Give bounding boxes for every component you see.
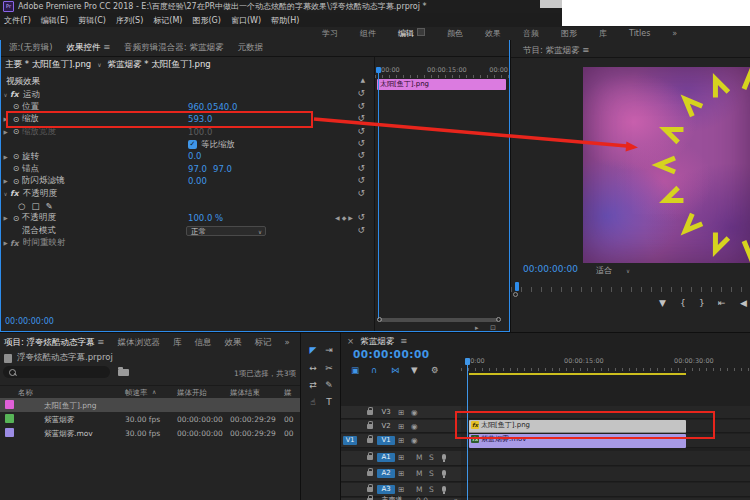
voiceover-mic-icon[interactable]	[442, 470, 446, 476]
fx-icon[interactable]: fx	[10, 90, 23, 99]
keyframe-nav[interactable]: ◀◆▶	[335, 214, 355, 221]
workspace-tab-titles[interactable]: Titles	[629, 29, 650, 38]
mute-button[interactable]: M	[416, 469, 422, 478]
reset-icon[interactable]: ↺	[357, 188, 365, 198]
tab-metadata[interactable]: 元数据	[237, 42, 263, 54]
effect-controls-timecode[interactable]: 00:00:00:00	[5, 317, 54, 326]
workspace-menu-icon[interactable]	[417, 28, 425, 36]
panel-options-icon[interactable]: ⊡	[490, 324, 496, 332]
stopwatch-icon[interactable]: ⊙	[10, 115, 22, 124]
anchor-x-value[interactable]: 97.0	[188, 164, 207, 174]
project-row-sun-png[interactable]: 太阳[鱼丁].png	[0, 398, 300, 412]
workspace-tab-editing[interactable]: 编辑	[398, 28, 425, 39]
effect-opacity-group[interactable]: ∨ fx 不透明度 ↺	[1, 188, 374, 200]
mini-playhead-handle[interactable]	[376, 67, 381, 73]
reset-icon[interactable]: ↺	[357, 175, 365, 185]
lock-icon[interactable]	[367, 410, 373, 415]
timeline-timecode[interactable]: 00:00:00:00	[353, 348, 430, 360]
track-header-a3[interactable]: A3 ⊞ M S	[341, 483, 461, 497]
play-indicator-icon[interactable]: ▸	[475, 324, 479, 332]
menu-window[interactable]: 窗口(W)	[231, 15, 261, 26]
tab-info[interactable]: 信息	[194, 337, 211, 349]
track-header-v3[interactable]: V3 ⊞ ◉	[341, 406, 461, 419]
program-panel-title[interactable]: 节目: 紫蓝烟雾 ≡	[523, 45, 589, 57]
track-lane-a1[interactable]	[461, 451, 750, 466]
mark-out-icon[interactable]: }	[699, 298, 705, 308]
project-row-mov[interactable]: 紫蓝烟雾.mov 30.00 fps 00:00:00:00 00:00:29:…	[0, 426, 300, 440]
timeline-playhead-handle[interactable]	[465, 358, 470, 365]
tab-effects[interactable]: 效果	[224, 337, 241, 349]
track-header-v2[interactable]: V2 ⊞ ◉	[341, 420, 461, 433]
tab-media-browser[interactable]: 媒体浏览器	[117, 337, 160, 349]
track-lane-v3[interactable]	[461, 406, 750, 419]
chevron-right-icon[interactable]: ▶	[1, 215, 10, 221]
linked-selection-icon[interactable]: ⋈	[391, 365, 400, 375]
program-playhead[interactable]	[515, 282, 519, 291]
clip-sun-png[interactable]: fx太阳[鱼丁].png	[469, 420, 686, 433]
sync-lock-icon[interactable]: ⊞	[398, 453, 404, 462]
workspace-tab-assembly[interactable]: 组件	[360, 28, 376, 39]
reset-icon[interactable]: ↺	[357, 88, 365, 98]
project-row-sequence[interactable]: 紫蓝烟雾 30.00 fps 00:00:00:00 00:00:29:29 0…	[0, 412, 300, 426]
reset-icon[interactable]: ↺	[357, 113, 365, 123]
tab-overflow-icon[interactable]: »	[284, 337, 289, 349]
track-header-a2[interactable]: A2 ⊞ M S	[341, 467, 461, 482]
master-level-value[interactable]: 0.0	[416, 496, 428, 500]
position-y-value[interactable]: 540.0	[213, 102, 237, 112]
column-media-duration[interactable]: 媒	[284, 388, 292, 398]
sequence-clip-name[interactable]: 紫蓝烟雾 * 太阳[鱼丁].png	[108, 59, 211, 71]
label-color-chip[interactable]	[5, 428, 14, 437]
lock-icon[interactable]	[367, 487, 373, 492]
timeline-tab[interactable]: × 紫蓝烟雾 ≡	[347, 336, 407, 348]
workspace-tab-audio[interactable]: 音频	[523, 28, 539, 39]
mute-button[interactable]: M	[416, 453, 422, 462]
track-label[interactable]: V3	[377, 408, 395, 417]
workspace-tab-effects[interactable]: 效果	[485, 28, 501, 39]
menu-edit[interactable]: 编辑(E)	[41, 15, 68, 26]
rect-mask-icon[interactable]: □	[31, 201, 45, 211]
sync-lock-icon[interactable]: ⊞	[398, 485, 404, 494]
menu-sequence[interactable]: 序列(S)	[116, 15, 143, 26]
pen-mask-icon[interactable]: ✎	[45, 201, 58, 211]
item-name[interactable]: 太阳[鱼丁].png	[44, 401, 120, 411]
chevron-right-icon[interactable]: ▶	[1, 240, 10, 246]
eye-icon[interactable]: ◉	[411, 422, 418, 431]
voiceover-mic-icon[interactable]	[442, 486, 446, 492]
master-clip-name[interactable]: 主要 * 太阳[鱼丁].png	[5, 59, 91, 71]
sync-lock-icon[interactable]: ⊞	[398, 422, 404, 431]
work-area-bar[interactable]	[469, 373, 686, 375]
sync-lock-icon[interactable]: ⊞	[398, 436, 404, 445]
scrollbar-end-dot[interactable]	[513, 292, 518, 297]
opacity-value[interactable]: 100.0 %	[188, 213, 223, 223]
snap-magnet-icon[interactable]: ∩	[371, 365, 377, 375]
reset-icon[interactable]: ↺	[357, 126, 365, 136]
tab-project[interactable]: 项目: 浮夸炫酷动态字幕 ≡	[4, 337, 104, 349]
timeline-ruler[interactable]: 00:00 00:00:15:00 00:00:30:00	[461, 355, 750, 371]
menu-help[interactable]: 帮助(H)	[271, 15, 299, 26]
menu-marker[interactable]: 标记(M)	[153, 15, 182, 26]
chevron-down-icon[interactable]: ∨	[1, 92, 10, 98]
position-x-value[interactable]: 960.0	[188, 102, 212, 112]
solo-button[interactable]: S	[429, 469, 434, 478]
scrollbar-end-dot[interactable]	[496, 317, 501, 322]
track-header-a1[interactable]: A1 ⊞ M S	[341, 451, 461, 466]
reset-icon[interactable]: ↺	[357, 225, 365, 235]
search-input[interactable]	[3, 366, 110, 378]
panel-menu-icon[interactable]: ≡	[103, 42, 110, 52]
reset-icon[interactable]: ↺	[357, 150, 365, 160]
antiflicker-value[interactable]: 0.00	[188, 176, 207, 186]
pen-tool[interactable]: ✎	[322, 380, 336, 390]
track-lane-a3[interactable]	[461, 483, 750, 497]
add-marker-icon[interactable]: ▼	[659, 298, 666, 308]
fx-icon[interactable]: fx	[10, 189, 23, 198]
folder-icon[interactable]	[118, 369, 129, 376]
clip-smoke-mov[interactable]: fx紫蓝烟雾.mov	[469, 434, 686, 448]
stopwatch-icon[interactable]: ⊙	[10, 214, 22, 223]
reset-icon[interactable]: ↺	[357, 138, 365, 148]
go-to-in-icon[interactable]: ⇤	[718, 298, 726, 308]
blend-mode-dropdown[interactable]: 正常∨	[186, 226, 266, 236]
uniform-scale-checkbox[interactable]: ✓	[188, 140, 197, 149]
selection-tool[interactable]: ◤	[306, 345, 320, 355]
collapse-section-icon[interactable]: ▲	[360, 76, 365, 83]
stopwatch-icon[interactable]: ⊙	[10, 102, 22, 111]
